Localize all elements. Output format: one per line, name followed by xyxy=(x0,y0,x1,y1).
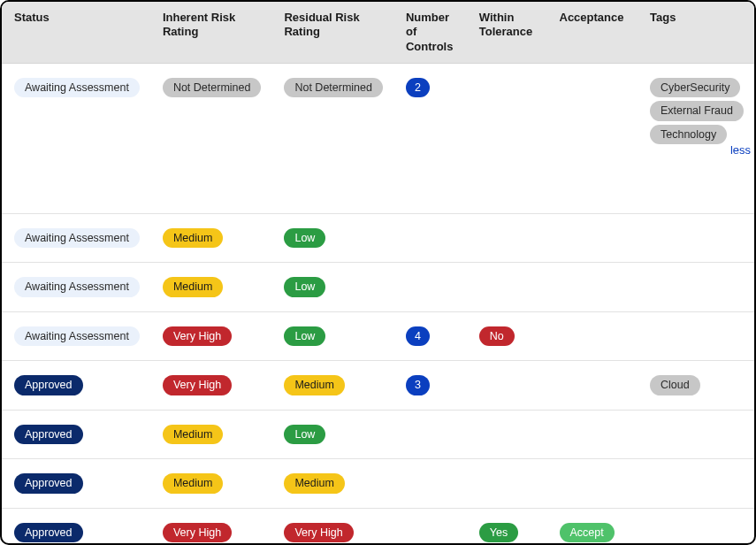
risk-table-frame: Status Inherent Risk Rating Residual Ris… xyxy=(0,0,756,545)
residual-risk-pill[interactable]: Low xyxy=(284,277,325,297)
col-tolerance[interactable]: Within Tolerance xyxy=(467,2,547,63)
header-row: Status Inherent Risk Rating Residual Ris… xyxy=(2,2,754,63)
inherent-risk-pill[interactable]: Very High xyxy=(163,523,232,543)
tag-pill[interactable]: CyberSecurity xyxy=(650,78,741,98)
table-row[interactable]: Awaiting AssessmentMediumLow xyxy=(2,263,754,312)
status-pill[interactable]: Awaiting Assessment xyxy=(14,277,140,297)
table-row[interactable]: ApprovedMediumMedium xyxy=(2,459,754,509)
tag-pill[interactable]: Cloud xyxy=(650,375,700,395)
inherent-risk-pill[interactable]: Medium xyxy=(163,277,223,297)
table-row[interactable]: ApprovedVery HighMedium3Cloud xyxy=(2,361,754,411)
acceptance-pill[interactable]: Accept xyxy=(560,523,615,543)
risk-table: Status Inherent Risk Rating Residual Ris… xyxy=(2,2,754,545)
table-row[interactable]: ApprovedMediumLow xyxy=(2,410,754,459)
controls-count-pill[interactable]: 2 xyxy=(406,78,430,98)
status-pill[interactable]: Awaiting Assessment xyxy=(14,326,140,347)
table-body: Awaiting AssessmentNot DeterminedNot Det… xyxy=(2,63,754,545)
status-pill[interactable]: Awaiting Assessment xyxy=(14,228,140,249)
controls-count-pill[interactable]: 3 xyxy=(406,375,430,395)
table-row[interactable]: Awaiting AssessmentVery HighLow4No xyxy=(2,311,754,361)
inherent-risk-pill[interactable]: Not Determined xyxy=(163,78,262,98)
table-row[interactable]: ApprovedVery HighVery HighYesAccept xyxy=(2,508,754,545)
col-status[interactable]: Status xyxy=(2,2,150,63)
inherent-risk-pill[interactable]: Medium xyxy=(163,425,223,445)
inherent-risk-pill[interactable]: Medium xyxy=(163,228,223,249)
tolerance-pill[interactable]: No xyxy=(479,326,515,347)
status-pill[interactable]: Approved xyxy=(14,473,83,494)
inherent-risk-pill[interactable]: Medium xyxy=(163,473,223,494)
tag-pill[interactable]: External Fraud xyxy=(650,101,744,121)
status-pill[interactable]: Approved xyxy=(14,425,83,445)
col-residual[interactable]: Residual Risk Rating xyxy=(271,2,393,63)
inherent-risk-pill[interactable]: Very High xyxy=(163,375,232,395)
residual-risk-pill[interactable]: Very High xyxy=(284,523,353,543)
col-acceptance[interactable]: Acceptance xyxy=(547,2,638,63)
residual-risk-pill[interactable]: Low xyxy=(284,326,325,347)
status-pill[interactable]: Approved xyxy=(14,375,83,395)
residual-risk-pill[interactable]: Low xyxy=(284,425,325,445)
col-tags[interactable]: Tags xyxy=(638,2,754,63)
collapse-tags-link[interactable]: less xyxy=(730,143,751,157)
tag-pill[interactable]: Technology xyxy=(650,125,727,145)
inherent-risk-pill[interactable]: Very High xyxy=(163,326,232,347)
status-pill[interactable]: Approved xyxy=(14,523,83,543)
tolerance-pill[interactable]: Yes xyxy=(479,523,518,543)
residual-risk-pill[interactable]: Medium xyxy=(284,375,344,395)
col-controls[interactable]: Number of Controls xyxy=(393,2,467,63)
status-pill[interactable]: Awaiting Assessment xyxy=(14,78,140,98)
table-row[interactable]: Awaiting AssessmentMediumLow xyxy=(2,213,754,263)
table-row[interactable]: Awaiting AssessmentNot DeterminedNot Det… xyxy=(2,63,754,213)
residual-risk-pill[interactable]: Low xyxy=(284,228,325,249)
controls-count-pill[interactable]: 4 xyxy=(406,326,430,347)
residual-risk-pill[interactable]: Not Determined xyxy=(284,78,383,98)
residual-risk-pill[interactable]: Medium xyxy=(284,473,344,494)
col-inherent[interactable]: Inherent Risk Rating xyxy=(150,2,272,63)
